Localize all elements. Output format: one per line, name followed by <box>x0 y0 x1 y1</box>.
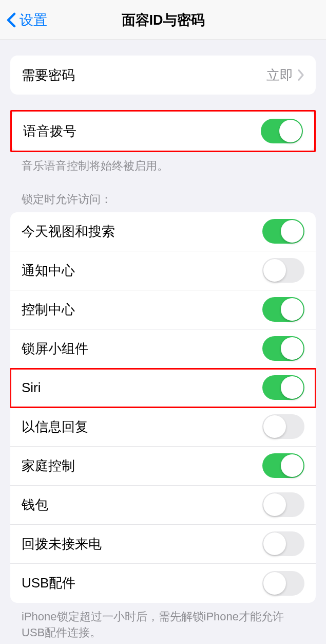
lock-access-label: 控制中心 <box>22 301 262 319</box>
passcode-group: 需要密码 立即 <box>10 56 316 95</box>
lock-access-footer: iPhone锁定超过一小时后，需先解锁iPhone才能允许USB配件连接。 <box>10 603 316 641</box>
toggle-knob <box>281 298 303 321</box>
lock-access-row-siri: Siri <box>10 369 316 408</box>
chevron-right-icon <box>297 69 304 81</box>
voice-dial-group: 语音拨号 <box>10 110 316 152</box>
toggle-knob <box>263 259 286 282</box>
back-label: 设置 <box>20 11 47 29</box>
chevron-left-icon <box>6 12 16 28</box>
back-button[interactable]: 设置 <box>0 11 47 29</box>
lock-access-row-控制中心: 控制中心 <box>10 290 316 329</box>
require-passcode-row[interactable]: 需要密码 立即 <box>10 56 316 95</box>
lock-access-row-锁屏小组件: 锁屏小组件 <box>10 329 316 369</box>
lock-access-label: 钱包 <box>22 496 262 514</box>
toggle-knob <box>281 454 303 477</box>
settings-content: 需要密码 立即 语音拨号音乐语音控制将始终被启用。 锁定时允许访问： 今天视图和… <box>0 56 326 644</box>
lock-access-row-钱包: 钱包 <box>10 486 316 525</box>
toggle-knob <box>263 415 286 438</box>
lock-access-label: Siri <box>22 380 262 396</box>
require-passcode-label: 需要密码 <box>22 66 266 84</box>
navigation-bar: 设置 面容ID与密码 <box>0 0 326 40</box>
voice-dial-row: 语音拨号 <box>12 112 314 151</box>
lock-access-toggle-usb配件[interactable] <box>262 571 304 596</box>
lock-access-row-以信息回复: 以信息回复 <box>10 408 316 447</box>
require-passcode-value: 立即 <box>266 66 293 84</box>
voice-dial-label: 语音拨号 <box>23 122 261 140</box>
lock-access-label: 今天视图和搜索 <box>22 223 262 241</box>
lock-access-toggle-siri[interactable] <box>262 375 304 400</box>
voice-dial-footer: 音乐语音控制将始终被启用。 <box>10 152 316 174</box>
voice-dial-toggle[interactable] <box>261 119 303 143</box>
page-title: 面容ID与密码 <box>0 11 326 29</box>
lock-access-row-家庭控制: 家庭控制 <box>10 447 316 486</box>
lock-access-toggle-通知中心[interactable] <box>262 258 304 283</box>
lock-access-row-回拨未接来电: 回拨未接来电 <box>10 525 316 564</box>
lock-access-row-今天视图和搜索: 今天视图和搜索 <box>10 212 316 251</box>
lock-access-label: 通知中心 <box>22 262 262 280</box>
lock-access-toggle-控制中心[interactable] <box>262 297 304 322</box>
lock-access-toggle-钱包[interactable] <box>262 492 304 517</box>
lock-access-label: USB配件 <box>22 574 262 592</box>
lock-access-label: 家庭控制 <box>22 457 262 475</box>
lock-access-label: 回拨未接来电 <box>22 535 262 553</box>
lock-access-toggle-以信息回复[interactable] <box>262 414 304 439</box>
toggle-knob <box>279 120 302 142</box>
toggle-knob <box>263 493 286 516</box>
toggle-knob <box>281 337 303 360</box>
lock-access-toggle-锁屏小组件[interactable] <box>262 336 304 361</box>
lock-access-group: 锁定时允许访问： 今天视图和搜索通知中心控制中心锁屏小组件Siri以信息回复家庭… <box>10 192 316 641</box>
lock-access-header: 锁定时允许访问： <box>10 192 316 212</box>
lock-access-row-通知中心: 通知中心 <box>10 251 316 290</box>
lock-access-row-usb配件: USB配件 <box>10 564 316 603</box>
toggle-knob <box>281 376 303 399</box>
lock-access-toggle-今天视图和搜索[interactable] <box>262 219 304 244</box>
toggle-knob <box>263 572 286 595</box>
lock-access-label: 以信息回复 <box>22 418 262 436</box>
toggle-knob <box>281 220 303 243</box>
lock-access-toggle-回拨未接来电[interactable] <box>262 531 304 556</box>
lock-access-toggle-家庭控制[interactable] <box>262 453 304 478</box>
toggle-knob <box>263 532 286 555</box>
lock-access-label: 锁屏小组件 <box>22 340 262 358</box>
